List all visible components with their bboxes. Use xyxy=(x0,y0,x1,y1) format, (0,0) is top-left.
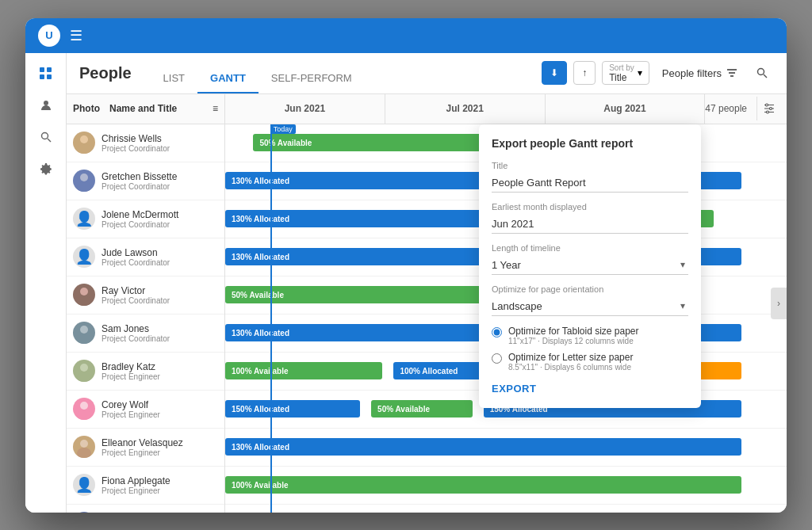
person-info: Elleanor Velasquez Project Engineer xyxy=(102,437,218,457)
left-sidebar xyxy=(25,53,67,513)
filter-icon xyxy=(726,67,737,78)
orientation-select-wrap: Landscape Portrait xyxy=(492,297,688,316)
person-info: Chrissie Wells Project Coordinator xyxy=(102,133,218,153)
svg-rect-1 xyxy=(47,67,52,72)
month-aug2021: Aug 2021 xyxy=(546,94,706,124)
radio-letter-input[interactable] xyxy=(492,353,502,364)
export-button[interactable]: EXPORT xyxy=(492,383,536,395)
svg-point-24 xyxy=(80,440,88,448)
user-avatar[interactable]: U xyxy=(38,25,60,47)
person-name: Gretchen Bissette xyxy=(102,171,218,182)
sidebar-icon-grid[interactable] xyxy=(32,59,60,88)
svg-point-22 xyxy=(80,402,88,410)
avatar xyxy=(73,398,95,420)
person-row[interactable]: Corey Wolf Project Engineer xyxy=(67,391,224,429)
svg-point-16 xyxy=(80,288,88,296)
people-filters-button[interactable]: People filters xyxy=(656,61,744,85)
length-select[interactable]: 1 Year 6 Months 2 Years xyxy=(492,256,688,275)
today-label: Today xyxy=(270,124,296,134)
person-row[interactable]: Sam Jones Project Coordinator xyxy=(67,315,224,353)
sort-by-label: Sort by xyxy=(609,63,634,72)
person-row[interactable]: 👤 Fiona Applegate Project Engineer xyxy=(67,467,224,505)
person-info: Jolene McDermott Project Coordinator xyxy=(102,209,218,229)
page-title: People xyxy=(79,64,132,82)
person-name: Jolene McDermott xyxy=(102,209,218,220)
people-list-panel: Photo Name and Title ≡ Chrissie Wells Pr… xyxy=(67,94,225,513)
avatar: 👤 xyxy=(73,474,95,496)
person-row[interactable]: 👤 Jolene McDermott Project Coordinator xyxy=(67,200,224,238)
orientation-select[interactable]: Landscape Portrait xyxy=(492,297,688,316)
avatar xyxy=(73,132,95,154)
radio-letter-sub: 8.5"x11" · Displays 6 columns wide xyxy=(508,363,633,372)
avatar xyxy=(73,360,95,382)
gantt-row: 130% Allocated xyxy=(225,429,787,467)
gantt-bar: 100% Available xyxy=(225,362,382,379)
person-name: Ray Victor xyxy=(102,285,218,296)
filter-icon[interactable]: ≡ xyxy=(213,103,218,114)
radio-letter-label: Optimize for Letter size paper xyxy=(508,352,633,363)
sidebar-icon-search[interactable] xyxy=(32,123,60,151)
toolbar: ⬇ ↑ Sort by Title ▾ People filters xyxy=(542,61,774,85)
person-row[interactable]: Ray Victor Project Coordinator xyxy=(67,276,224,315)
person-row[interactable]: Elleanor Velasquez Project Engineer xyxy=(67,429,224,467)
tab-list[interactable]: LIST xyxy=(151,53,197,93)
person-info: Jude Lawson Project Coordinator xyxy=(102,247,218,267)
main-content: People LIST GANTT SELF-PERFORM ⬇ ↑ So xyxy=(67,53,787,513)
sidebar-icon-settings[interactable] xyxy=(32,154,60,183)
person-row[interactable]: Bradley Katz Project Engineer xyxy=(67,353,224,391)
person-name: Chrissie Wells xyxy=(102,133,218,144)
person-name: Bradley Katz xyxy=(102,361,218,372)
svg-rect-0 xyxy=(40,67,44,72)
radio-tabloid: Optimize for Tabloid size paper 11"x17" … xyxy=(492,326,688,345)
svg-point-25 xyxy=(77,448,91,458)
month-jul2021: Jul 2021 xyxy=(385,94,546,124)
tab-gantt[interactable]: GANTT xyxy=(197,53,259,93)
gantt-settings-button[interactable] xyxy=(756,97,780,120)
orientation-label: Optimize for page orientation xyxy=(492,284,688,294)
person-role: Project Coordinator xyxy=(102,296,218,305)
sidebar-icon-person[interactable] xyxy=(32,91,60,120)
collapse-panel-button[interactable]: › xyxy=(771,288,787,319)
title-input[interactable] xyxy=(492,173,688,193)
person-row[interactable]: Chrissie Wells Project Coordinator xyxy=(67,124,224,162)
person-role: Project Engineer xyxy=(102,372,218,381)
length-select-wrap: 1 Year 6 Months 2 Years xyxy=(492,256,688,275)
upload-button[interactable]: ↑ xyxy=(573,61,596,85)
gantt-bar: 50% Available xyxy=(371,400,472,418)
avatar xyxy=(73,284,95,306)
svg-point-14 xyxy=(80,173,88,181)
person-info: Sam Jones Project Coordinator xyxy=(102,323,218,343)
person-row[interactable]: Geraldine Haynes Project Engineer xyxy=(67,505,224,513)
person-row[interactable]: Gretchen Bissette Project Coordinator xyxy=(67,162,224,200)
person-role: Project Coordinator xyxy=(102,258,218,267)
svg-point-33 xyxy=(766,111,768,113)
radio-tabloid-label: Optimize for Tabloid size paper xyxy=(508,326,639,337)
earliest-month-input[interactable] xyxy=(492,215,688,234)
person-role: Project Coordinator xyxy=(102,334,218,343)
download-button[interactable]: ⬇ xyxy=(542,61,567,85)
person-name: Elleanor Velasquez xyxy=(102,437,218,448)
avatar xyxy=(73,170,95,192)
radio-tabloid-sub: 11"x17" · Displays 12 columns wide xyxy=(508,337,639,345)
svg-line-6 xyxy=(48,139,51,142)
paper-size-radio-group: Optimize for Tabloid size paper 11"x17" … xyxy=(492,326,688,372)
people-filters-label: People filters xyxy=(662,67,722,79)
gantt-months-header: Jun 2021 Jul 2021 Aug 2021 47 people xyxy=(225,94,787,124)
person-row[interactable]: 👤 Jude Lawson Project Coordinator xyxy=(67,238,224,276)
svg-point-19 xyxy=(77,334,91,344)
gantt-bar: 50% Available xyxy=(225,286,495,303)
app-window: U ☰ xyxy=(25,18,787,513)
person-role: Project Engineer xyxy=(102,448,218,457)
hamburger-menu[interactable]: ☰ xyxy=(70,27,82,44)
sort-selector[interactable]: Sort by Title ▾ xyxy=(602,61,649,85)
gantt-bar: 130% Allocated xyxy=(225,438,741,456)
radio-tabloid-input[interactable] xyxy=(492,327,502,337)
svg-rect-2 xyxy=(40,74,44,79)
people-count: 47 people xyxy=(705,103,753,114)
avatar xyxy=(73,436,95,458)
search-button[interactable] xyxy=(750,61,774,85)
gantt-row: 100% Available xyxy=(225,467,787,505)
svg-rect-3 xyxy=(47,74,52,79)
svg-point-31 xyxy=(765,104,768,106)
tab-self-perform[interactable]: SELF-PERFORM xyxy=(259,53,365,93)
